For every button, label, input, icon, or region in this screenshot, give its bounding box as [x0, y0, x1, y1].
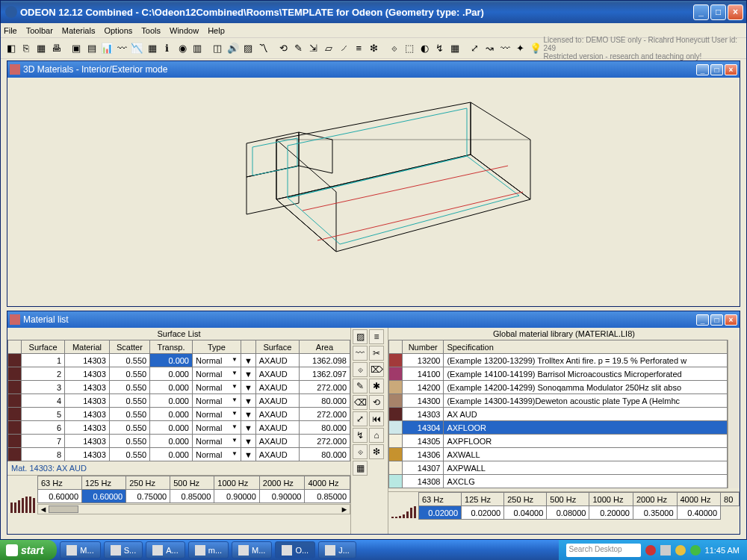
tool-button-0[interactable]: ▨ [353, 329, 368, 344]
toolbar-button-22[interactable]: ≡ [352, 41, 366, 56]
library-row[interactable]: 14304AXFLOOR [389, 421, 728, 435]
library-freq-table[interactable]: 63 Hz125 Hz250 Hz500 Hz1000 Hz2000 Hz400… [418, 492, 740, 520]
tray-icon[interactable] [645, 545, 656, 556]
library-row[interactable]: 14307AXPWALL [389, 461, 728, 475]
close-button[interactable]: × [725, 64, 737, 75]
library-row[interactable]: 14305AXPFLOOR [389, 435, 728, 448]
toolbar-button-19[interactable]: ⇲ [306, 41, 320, 56]
toolbar-button-31[interactable]: 〰 [498, 41, 512, 56]
menu-window[interactable]: Window [170, 26, 199, 35]
menu-materials[interactable]: Materials [62, 26, 96, 35]
toolbar-button-15[interactable]: ▨ [241, 41, 255, 56]
toolbar-button-25[interactable]: ⬚ [402, 41, 416, 56]
toolbar-button-17[interactable]: ⟲ [276, 41, 291, 56]
surface-row[interactable]: 3143030.5500.000Normal▼▼AXAUD272.000 [8, 381, 350, 394]
close-button[interactable]: × [725, 314, 737, 326]
tool-button-4[interactable]: ⟐ [353, 362, 368, 377]
toolbar-button-30[interactable]: ↝ [483, 41, 497, 56]
toolbar-button-0[interactable]: ◧ [4, 41, 18, 56]
library-row[interactable]: 14308AXCLG [389, 475, 728, 488]
tool-button-5[interactable]: ⌦ [369, 362, 384, 377]
tray-icon[interactable] [660, 545, 671, 556]
toolbar-button-24[interactable]: ⟐ [387, 41, 401, 56]
surface-row[interactable]: 5143030.5500.000Normal▼▼AXAUD272.000 [8, 408, 350, 421]
tool-button-8[interactable]: ⌫ [353, 395, 368, 410]
toolbar-button-8[interactable]: 📉 [130, 41, 144, 56]
taskbar-item[interactable]: J... [318, 541, 356, 559]
surface-row[interactable]: 8143030.5500.000Normal▼▼AXAUD80.000 [8, 448, 350, 461]
toolbar-button-16[interactable]: 〽 [256, 41, 270, 56]
minimize-button[interactable]: _ [696, 64, 709, 75]
toolbar-button-7[interactable]: 〰 [115, 41, 129, 56]
tool-button-6[interactable]: ✎ [353, 379, 368, 393]
surface-row[interactable]: 2143030.5500.000Normal▼▼AXAUD1362.097 [8, 367, 350, 381]
maximize-button[interactable]: □ [710, 64, 723, 75]
tool-button-11[interactable]: ⏮ [369, 411, 384, 426]
menu-file[interactable]: File [4, 26, 17, 35]
tool-button-9[interactable]: ⟲ [369, 395, 384, 410]
taskbar-item[interactable]: M... [232, 541, 272, 559]
toolbar-button-21[interactable]: ⟋ [337, 41, 351, 56]
clock[interactable]: 11:45 AM [705, 546, 740, 555]
taskbar-item[interactable]: O... [275, 541, 315, 559]
tool-button-14[interactable]: ⟐ [353, 444, 368, 459]
toolbar-button-29[interactable]: ⤢ [468, 41, 482, 56]
tray-icon[interactable] [675, 545, 686, 556]
toolbar-button-9[interactable]: ▦ [145, 41, 159, 56]
toolbar-button-32[interactable]: ✦ [513, 41, 527, 56]
surface-row[interactable]: 6143030.5500.000Normal▼▼AXAUD80.000 [8, 421, 350, 435]
maximize-button[interactable]: □ [710, 4, 726, 20]
start-button[interactable]: start [0, 540, 57, 560]
toolbar-button-14[interactable]: 🔊 [226, 41, 240, 56]
library-row[interactable]: 14303AX AUD [389, 408, 728, 421]
tool-button-2[interactable]: 〰 [353, 346, 368, 361]
tool-button-15[interactable]: ❇ [369, 444, 384, 459]
freq-table[interactable]: 63 Hz125 Hz250 Hz500 Hz1000 Hz2000 Hz400… [37, 476, 350, 503]
toolbar-button-27[interactable]: ↯ [433, 41, 447, 56]
toolbar-button-18[interactable]: ✎ [291, 41, 306, 56]
toolbar-button-2[interactable]: ▦ [34, 41, 49, 56]
taskbar-item[interactable]: A... [146, 541, 185, 559]
close-button[interactable]: × [728, 4, 743, 20]
surface-row[interactable]: 4143030.5500.000Normal▼▼AXAUD80.000 [8, 394, 350, 408]
tool-button-7[interactable]: ✱ [369, 379, 384, 393]
tool-button-13[interactable]: ⌂ [369, 428, 384, 443]
horizontal-scrollbar[interactable]: ◄ ► [37, 504, 350, 514]
toolbar-button-5[interactable]: ▤ [84, 41, 99, 56]
minimize-button[interactable]: _ [693, 4, 709, 20]
tray-icon[interactable] [690, 545, 701, 556]
taskbar-item[interactable]: m... [188, 541, 229, 559]
menu-toolbar[interactable]: Toolbar [26, 26, 53, 35]
minimize-button[interactable]: _ [696, 314, 709, 326]
tool-button-16[interactable]: ▦ [353, 461, 368, 476]
library-row[interactable]: 14100(Example 14100-14199) Barrisol Micr… [389, 367, 728, 381]
toolbar-button-13[interactable]: ◫ [211, 41, 225, 56]
library-row[interactable]: 14200(Example 14200-14299) Sonoqamma Mod… [389, 381, 728, 394]
toolbar-button-26[interactable]: ◐ [418, 41, 432, 56]
toolbar-button-23[interactable]: ❇ [367, 41, 381, 56]
tool-button-12[interactable]: ↯ [353, 428, 368, 443]
toolbar-button-3[interactable]: 🖶 [49, 41, 63, 56]
tool-button-1[interactable]: ≡ [369, 329, 384, 344]
library-table[interactable]: NumberSpecification 13200(Example 13200-… [388, 340, 728, 488]
vertical-scrollbar[interactable] [728, 340, 740, 488]
toolbar-button-1[interactable]: ⎘ [19, 41, 33, 56]
surface-row[interactable]: 1143030.5500.000Normal▼▼AXAUD1362.098 [8, 354, 350, 367]
surface-table[interactable]: SurfaceMaterialScatterTransp.TypeSurface… [7, 340, 350, 461]
taskbar-item[interactable]: M... [60, 541, 100, 559]
library-row[interactable]: 14306AXWALL [389, 448, 728, 461]
toolbar-button-6[interactable]: 📊 [99, 41, 114, 56]
menu-tools[interactable]: Tools [141, 26, 161, 35]
library-row[interactable]: 13200(Example 13200-13299) Trolltex Anti… [389, 354, 728, 367]
toolbar-button-10[interactable]: ℹ [160, 41, 174, 56]
toolbar-button-11[interactable]: ◉ [176, 41, 190, 56]
toolbar-button-28[interactable]: ▦ [447, 41, 462, 56]
menu-help[interactable]: Help [208, 26, 225, 35]
toolbar-button-4[interactable]: ▣ [69, 41, 84, 56]
maximize-button[interactable]: □ [710, 314, 723, 326]
toolbar-button-33[interactable]: 💡 [528, 41, 542, 56]
tool-button-3[interactable]: ✂ [369, 346, 384, 361]
menu-options[interactable]: Options [104, 26, 132, 35]
library-row[interactable]: 14300(Example 14300-14399)Deweton acoust… [389, 394, 728, 408]
tool-button-10[interactable]: ⤢ [353, 411, 368, 426]
